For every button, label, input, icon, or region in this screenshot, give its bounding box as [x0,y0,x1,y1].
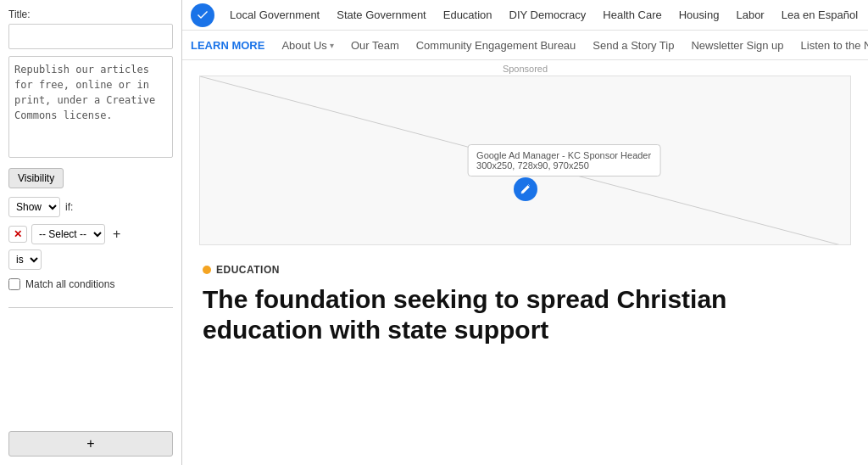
bottom-add-button[interactable]: + [8,431,173,457]
condition-select[interactable]: -- Select -- [31,224,105,244]
nav-item-diy-democracy[interactable]: DIY Democracy [501,0,595,30]
right-content: Local Government State Government Educat… [182,0,868,465]
add-condition-button[interactable]: + [109,227,124,242]
match-all-label: Match all conditions [25,278,114,290]
left-panel: Title: Republish our articles for free, … [0,0,182,465]
remove-condition-button[interactable]: ✕ [8,226,27,243]
condition-row: ✕ -- Select -- + [8,224,173,244]
top-nav: Local Government State Government Educat… [182,0,868,60]
show-select[interactable]: Show [8,197,60,217]
show-if-row: Show if: [8,197,173,217]
ad-info-line2: 300x250, 728x90, 970x250 [476,160,651,171]
is-select[interactable]: is [8,249,42,270]
nav-item-our-team[interactable]: Our Team [342,31,408,59]
chevron-down-icon: ▾ [330,41,334,50]
ad-placeholder: Google Ad Manager - KC Sponsor Header 30… [199,76,851,245]
category-dot [203,266,211,274]
ad-info-box: Google Ad Manager - KC Sponsor Header 30… [467,144,660,176]
if-label: if: [65,201,73,213]
article-title: The foundation seeking to spread Christi… [203,284,847,345]
nav-item-labor[interactable]: Labor [727,0,772,30]
nav-item-local-government[interactable]: Local Government [221,0,328,30]
title-label: Title: [8,8,173,20]
nav-item-lea-en-espanol[interactable]: Lea en Español [773,0,866,30]
nav-item-listen-news[interactable]: Listen to the News [793,31,868,59]
nav-item-send-story-tip[interactable]: Send a Story Tip [584,31,682,59]
category-badge: EDUCATION [203,264,280,276]
ad-edit-button[interactable] [514,177,537,201]
nav-item-education[interactable]: Education [435,0,501,30]
article-area: EDUCATION The foundation seeking to spre… [182,245,868,362]
nav-item-community-bureau[interactable]: Community Engagement Bureau [408,31,585,59]
visibility-button[interactable]: Visibility [8,168,64,188]
title-input[interactable] [8,24,173,49]
is-row: is [8,249,173,270]
nav-item-state-government[interactable]: State Government [328,0,435,30]
site-logo[interactable] [191,3,214,27]
sponsored-label: Sponsored [182,60,868,76]
match-all-row: Match all conditions [8,278,173,290]
secondary-nav: LEARN MORE About Us ▾ Our Team Community… [182,31,868,59]
category-label: EDUCATION [216,264,280,276]
ad-info-line1: Google Ad Manager - KC Sponsor Header [476,150,651,160]
nav-item-housing[interactable]: Housing [670,0,728,30]
primary-nav: Local Government State Government Educat… [182,0,868,31]
nav-item-health-care[interactable]: Health Care [594,0,670,30]
nav-item-about-us[interactable]: About Us ▾ [273,31,342,59]
divider [8,307,173,308]
match-all-checkbox[interactable] [8,278,20,290]
main-content: Sponsored Google Ad Manager - KC Sponsor… [182,60,868,465]
description-textarea[interactable]: Republish our articles for free, online … [8,56,173,158]
learn-more-link[interactable]: LEARN MORE [191,39,273,52]
nav-item-newsletter[interactable]: Newsletter Sign up [682,31,792,59]
